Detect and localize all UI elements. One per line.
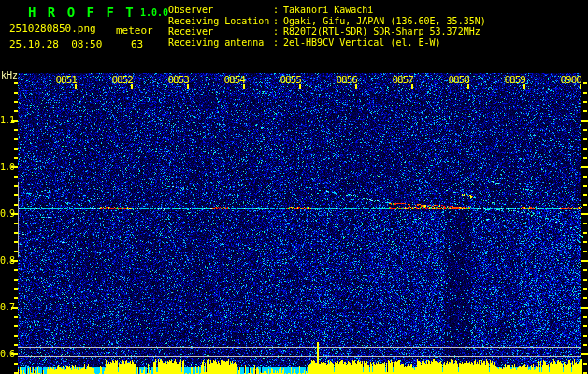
spectrogram-canvas [0,0,588,374]
hrofft-screen: H R O F F T 1.0.0 2510280850.png meteor … [0,0,588,374]
